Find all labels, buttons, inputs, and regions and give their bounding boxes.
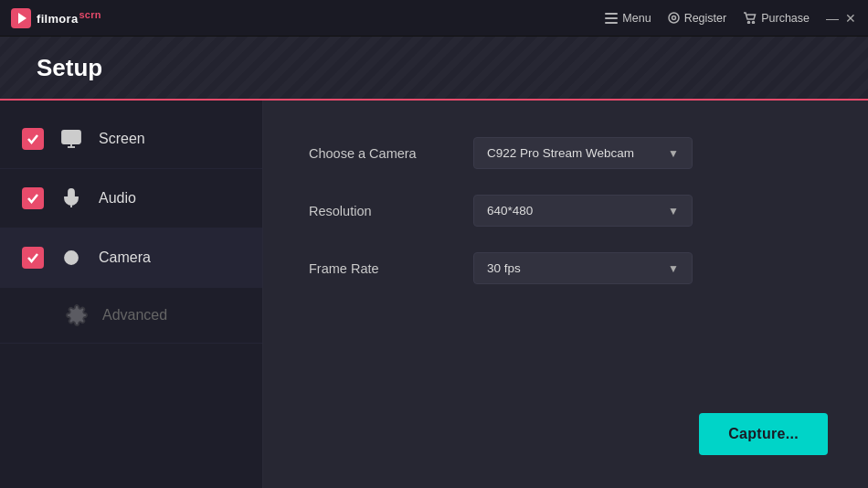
resolution-select-value: 640*480	[487, 204, 533, 217]
window-controls: — ✕	[826, 12, 857, 25]
svg-point-5	[669, 13, 679, 23]
checkmark-icon	[26, 133, 39, 145]
screen-checkbox[interactable]	[22, 128, 44, 150]
camera-label: Camera	[99, 249, 151, 266]
gear-icon	[66, 304, 88, 326]
svg-point-15	[70, 257, 72, 259]
sidebar-item-screen[interactable]: Screen	[0, 110, 262, 169]
screen-label: Screen	[99, 131, 145, 147]
audio-label: Audio	[99, 190, 136, 207]
page-header: Setup	[0, 37, 868, 101]
framerate-field-label: Frame Rate	[309, 261, 455, 276]
framerate-select-value: 30 fps	[487, 261, 521, 275]
chevron-down-icon: ▼	[668, 262, 679, 275]
resolution-field-row: Resolution 640*480 ▼	[309, 195, 822, 227]
register-icon	[668, 12, 680, 24]
purchase-icon	[743, 12, 757, 24]
titlebar-left: filmorascrn	[11, 8, 101, 28]
resolution-select[interactable]: 640*480 ▼	[473, 195, 693, 227]
titlebar: filmorascrn Menu Register Purcha	[0, 0, 868, 37]
register-label: Register	[684, 12, 727, 25]
content-panel: Choose a Camera C922 Pro Stream Webcam ▼…	[263, 101, 868, 488]
page-title: Setup	[37, 54, 102, 82]
minimize-button[interactable]: —	[826, 12, 839, 25]
purchase-button[interactable]: Purchase	[743, 12, 810, 25]
camera-select-value: C922 Pro Stream Webcam	[487, 146, 634, 160]
advanced-label: Advanced	[102, 307, 167, 324]
menu-button[interactable]: Menu	[605, 12, 651, 25]
screen-icon	[58, 126, 84, 152]
framerate-field-row: Frame Rate 30 fps ▼	[309, 252, 822, 284]
svg-rect-9	[62, 131, 80, 143]
sidebar-item-audio[interactable]: Audio	[0, 169, 262, 228]
sidebar: Screen Audio	[0, 101, 263, 488]
sidebar-item-camera[interactable]: Camera	[0, 228, 262, 288]
logo-text: filmorascrn	[37, 9, 101, 26]
svg-rect-3	[605, 17, 618, 19]
camera-icon	[58, 245, 84, 271]
sidebar-item-advanced[interactable]: Advanced	[0, 288, 262, 344]
camera-field-label: Choose a Camera	[309, 146, 455, 161]
svg-rect-2	[605, 13, 618, 15]
close-button[interactable]: ✕	[844, 12, 857, 25]
svg-point-7	[748, 22, 750, 24]
resolution-field-label: Resolution	[309, 204, 455, 218]
checkmark-icon	[26, 192, 39, 205]
register-button[interactable]: Register	[668, 12, 727, 25]
camera-checkbox[interactable]	[22, 247, 44, 269]
capture-button[interactable]: Capture...	[699, 413, 828, 455]
main-content: Screen Audio	[0, 101, 868, 488]
menu-label: Menu	[622, 12, 651, 25]
chevron-down-icon: ▼	[668, 205, 679, 217]
svg-point-8	[753, 22, 755, 24]
purchase-label: Purchase	[761, 12, 810, 25]
menu-icon	[605, 13, 618, 24]
camera-select[interactable]: C922 Pro Stream Webcam ▼	[473, 137, 693, 169]
audio-checkbox[interactable]	[22, 187, 44, 209]
framerate-select[interactable]: 30 fps ▼	[473, 252, 693, 284]
svg-rect-4	[605, 22, 618, 24]
logo-icon	[11, 8, 31, 28]
svg-point-6	[672, 16, 675, 20]
chevron-down-icon: ▼	[668, 147, 679, 160]
audio-icon	[58, 186, 84, 211]
camera-field-row: Choose a Camera C922 Pro Stream Webcam ▼	[309, 137, 822, 169]
titlebar-right: Menu Register Purchase — ✕	[605, 12, 857, 25]
checkmark-icon	[26, 251, 39, 264]
